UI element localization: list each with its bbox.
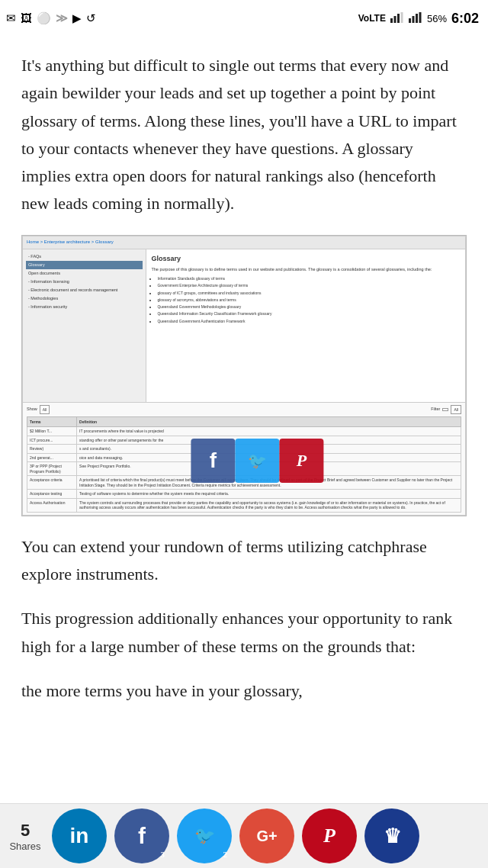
mail-icon: ✉ <box>6 11 16 25</box>
sidebar-glossary: Glossary <box>26 261 143 269</box>
table-row: Access Authorisation The system controls… <box>27 498 461 512</box>
term-cell: Access Authorisation <box>27 498 77 512</box>
article-content: It's anything but difficult to single ou… <box>0 37 488 805</box>
article-paragraph-1: It's anything but difficult to single ou… <box>21 52 467 218</box>
bullet-6: Queensland Information Security Classifi… <box>157 310 461 317</box>
term-cell: Acceptance testing <box>27 490 77 499</box>
glossary-title: Glossary <box>151 253 461 265</box>
svg-rect-3 <box>400 12 403 23</box>
bullet-5: Queensland Government Methodologies glos… <box>157 304 461 310</box>
signal-icon-2 <box>409 12 422 25</box>
status-bar: ✉ 🖼 ⚪ ≫ ▶ ↺ VoLTE 56% 6:02 <box>0 0 488 37</box>
term-cell: 3P or PPP (Project Program Portfolio) <box>27 462 77 476</box>
glossary-inner: - FAQs Glossary Open documents - Informa… <box>23 249 465 402</box>
svg-rect-0 <box>390 18 393 23</box>
filter-label: Filter <box>431 406 440 413</box>
sidebar-info-security: - Information security <box>26 303 143 311</box>
article-paragraph-2: You can extend your rundown of terms uti… <box>21 533 467 589</box>
refresh-icon: ↺ <box>86 11 96 25</box>
filter-all: All <box>451 405 461 414</box>
status-icons-left: ✉ 🖼 ⚪ ≫ ▶ ↺ <box>6 11 96 25</box>
overlay-facebook-btn[interactable]: f <box>191 439 235 483</box>
sidebar-info-licensing: - Information licensing <box>26 278 143 286</box>
volte-label: VoLTE <box>358 13 386 24</box>
arrow-icon: ≫ <box>56 11 68 25</box>
article-body: It's anything but difficult to single ou… <box>0 37 488 737</box>
breadcrumb-text: Home > Enterprise architecture > Glossar… <box>27 239 114 246</box>
glossary-bullets-list: Information Standards glossary of terms … <box>157 275 461 324</box>
table-row: $2 Million T... IT procurements where th… <box>27 427 461 436</box>
social-share-overlay: f 🐦 P <box>191 439 323 483</box>
sidebar-open-docs: Open documents <box>26 269 143 278</box>
battery-label: 56% <box>427 13 447 24</box>
term-cell: $2 Million T... <box>27 427 77 436</box>
overlay-pinterest-btn[interactable]: P <box>279 439 323 483</box>
show-label: Show <box>27 406 37 413</box>
svg-rect-5 <box>412 16 414 23</box>
embedded-glossary-image: Home > Enterprise architecture > Glossar… <box>21 235 467 516</box>
status-icons-right: VoLTE 56% 6:02 <box>358 11 479 27</box>
def-cell: Testing of software systems to determine… <box>77 490 461 499</box>
def-cell: The system controls and surrounding proc… <box>77 498 461 512</box>
col-definition: Definition <box>77 416 461 426</box>
filter-right: Filter All <box>431 405 461 414</box>
glossary-filter-bar: Show All Filter All <box>27 405 461 414</box>
table-row: Acceptance testing Testing of software s… <box>27 490 461 499</box>
term-cell: Review) <box>27 445 77 454</box>
youtube-icon: ▶ <box>72 11 82 25</box>
filter-left: Show All <box>27 405 50 414</box>
signal-icon <box>390 12 404 25</box>
glossary-mock: Home > Enterprise architecture > Glossar… <box>22 236 466 516</box>
share-bar: 5 Shares in f 3 🐦 2 G+ P ♛ <box>0 803 488 805</box>
glossary-main: Glossary The purpose of this glossary is… <box>146 249 465 402</box>
sidebar-methodologies: - Methodologies <box>26 294 143 303</box>
overlay-twitter-btn[interactable]: 🐦 <box>235 439 279 483</box>
bullet-7: Queensland Government Authentication Fra… <box>157 318 461 324</box>
sidebar-faqs: - FAQs <box>26 252 143 261</box>
term-cell: ICT procure... <box>27 436 77 445</box>
filter-input <box>442 408 448 411</box>
svg-rect-2 <box>397 14 400 23</box>
glossary-table-area: Show All Filter All Terms <box>23 402 465 515</box>
sidebar-electronic: - Electronic document and records manage… <box>26 286 143 294</box>
svg-rect-6 <box>416 14 418 23</box>
circle-icon: ⚪ <box>37 11 51 25</box>
term-cell: 2nd generat... <box>27 453 77 462</box>
col-terms: Terms <box>27 416 77 426</box>
bullet-4: glossary of acronyms, abbreviations and … <box>157 297 461 303</box>
image-icon: 🖼 <box>21 12 32 25</box>
filter-box: All <box>40 405 50 414</box>
article-paragraph-3: This progression additionally enhances y… <box>21 605 467 661</box>
glossary-sidebar: - FAQs Glossary Open documents - Informa… <box>23 249 146 402</box>
def-cell: IT procurements where the total value is… <box>77 427 461 436</box>
term-cell: Acceptance criteria <box>27 476 77 490</box>
bullet-1: Information Standards glossary of terms <box>157 275 461 281</box>
svg-rect-7 <box>419 12 421 23</box>
glossary-breadcrumb-bar: Home > Enterprise architecture > Glossar… <box>23 236 465 249</box>
svg-rect-1 <box>393 16 396 23</box>
glossary-description: The purpose of this glossary is to defin… <box>151 267 461 273</box>
time-label: 6:02 <box>451 11 479 27</box>
svg-rect-4 <box>409 18 411 23</box>
article-paragraph-4: the more terms you have in your glossary… <box>21 677 467 705</box>
bullet-3: glossary of ICT groups, committees and i… <box>157 290 461 296</box>
bullet-2: Government Enterprise Architecture gloss… <box>157 282 461 288</box>
